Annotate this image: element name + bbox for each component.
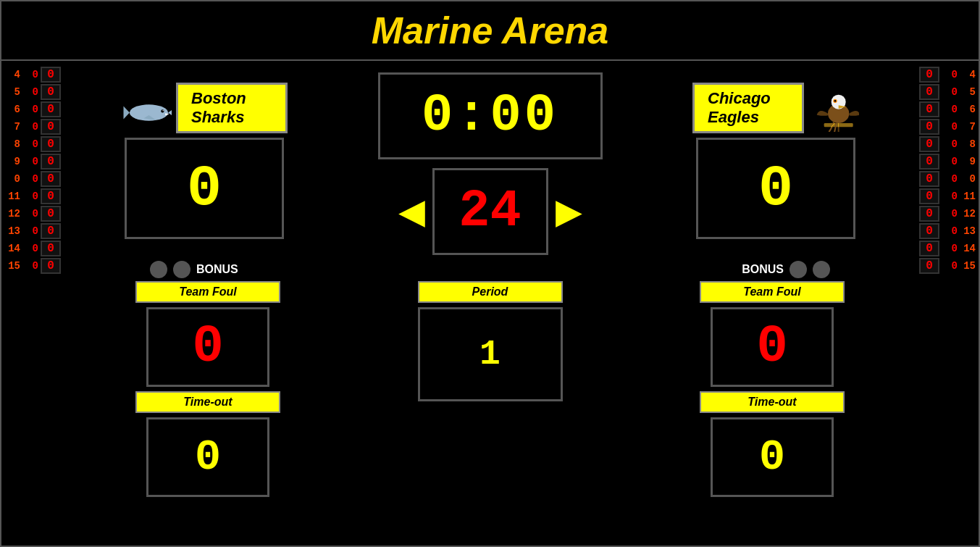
left-stat-row: 11 0 0 bbox=[4, 188, 61, 204]
left-stat-row: 14 0 0 bbox=[4, 241, 61, 256]
right-stat-row: 0 0 15 bbox=[919, 258, 976, 274]
left-stat-val1: 0 bbox=[22, 191, 38, 202]
left-stat-val1: 0 bbox=[22, 121, 38, 133]
left-bonus-label: BONUS bbox=[196, 263, 238, 276]
right-stat-box: 0 bbox=[919, 67, 939, 83]
left-stat-val1: 0 bbox=[22, 156, 38, 167]
right-stat-row: 0 0 14 bbox=[919, 241, 976, 256]
right-team-name-box: Chicago Eagles bbox=[692, 83, 804, 133]
left-stat-box: 0 bbox=[41, 101, 61, 117]
eagle-mascot bbox=[808, 88, 859, 132]
period-section: Period 1 bbox=[418, 281, 563, 401]
left-stat-box: 0 bbox=[41, 84, 61, 100]
right-bonus-dot2 bbox=[813, 261, 830, 278]
right-stat-row: 0 0 12 bbox=[919, 206, 976, 222]
right-stat-val2: 0 bbox=[926, 138, 933, 151]
right-stat-box: 0 bbox=[919, 171, 939, 187]
left-stat-num: 13 bbox=[4, 225, 20, 237]
left-stat-val2: 0 bbox=[47, 155, 54, 168]
left-foul-value: 0 bbox=[192, 317, 223, 377]
left-stat-val1: 0 bbox=[22, 208, 38, 220]
right-stat-row: 0 0 0 bbox=[919, 171, 976, 187]
left-stat-num: 6 bbox=[4, 104, 20, 115]
right-stat-val1: 0 bbox=[942, 156, 958, 167]
left-stat-num: 15 bbox=[4, 260, 20, 272]
right-stat-num: 12 bbox=[960, 208, 976, 220]
right-stat-val1: 0 bbox=[942, 138, 958, 150]
svg-point-6 bbox=[162, 110, 163, 111]
svg-point-14 bbox=[834, 100, 837, 102]
left-stat-num: 9 bbox=[4, 156, 20, 167]
left-stat-val2: 0 bbox=[47, 120, 54, 133]
period-label-box: Period bbox=[418, 281, 563, 303]
left-stat-num: 0 bbox=[4, 173, 20, 185]
right-stat-val1: 0 bbox=[942, 208, 958, 220]
left-team-foul-label-box: Team Foul bbox=[135, 281, 280, 303]
right-stat-val2: 0 bbox=[926, 155, 933, 168]
left-timeout-display: 0 bbox=[146, 417, 269, 497]
right-bonus-dot1 bbox=[790, 261, 807, 278]
left-stat-box: 0 bbox=[41, 223, 61, 239]
right-stat-val1: 0 bbox=[942, 191, 958, 202]
left-stat-row: 8 0 0 bbox=[4, 136, 61, 152]
left-stat-box: 0 bbox=[41, 188, 61, 204]
left-stat-box: 0 bbox=[41, 241, 61, 256]
game-clock-box: 0:00 bbox=[378, 72, 603, 159]
lower-row: Team Foul 0 Time-out 0 Period 1 bbox=[121, 278, 859, 497]
left-stat-row: 0 0 0 bbox=[4, 171, 61, 187]
left-stat-val2: 0 bbox=[47, 242, 54, 255]
right-stat-val2: 0 bbox=[926, 190, 933, 203]
left-stat-row: 4 0 0 bbox=[4, 67, 61, 83]
left-stat-num: 8 bbox=[4, 138, 20, 150]
right-stat-box: 0 bbox=[919, 84, 939, 100]
right-score-display: 0 bbox=[696, 138, 855, 239]
left-stat-box: 0 bbox=[41, 206, 61, 222]
right-timeout-value: 0 bbox=[759, 433, 785, 482]
left-stat-box: 0 bbox=[41, 171, 61, 187]
left-timeout-label: Time-out bbox=[183, 396, 232, 408]
arena-title: Marine Arena bbox=[1, 9, 979, 52]
right-stat-val1: 0 bbox=[942, 260, 958, 272]
right-stat-num: 0 bbox=[960, 173, 976, 185]
left-stat-val2: 0 bbox=[47, 225, 54, 238]
right-stat-box: 0 bbox=[919, 136, 939, 152]
right-stat-val2: 0 bbox=[926, 85, 933, 99]
left-score: 0 bbox=[187, 156, 222, 222]
right-team-foul-label-box: Team Foul bbox=[700, 281, 845, 303]
right-stat-row: 0 0 11 bbox=[919, 188, 976, 204]
left-stat-val1: 0 bbox=[22, 260, 38, 272]
left-score-display: 0 bbox=[125, 138, 284, 239]
right-stat-box: 0 bbox=[919, 241, 939, 256]
right-bonus-label: BONUS bbox=[742, 263, 784, 276]
left-stat-val1: 0 bbox=[22, 138, 38, 150]
right-team-foul-label: Team Foul bbox=[743, 285, 800, 298]
right-stat-val1: 0 bbox=[942, 173, 958, 185]
left-stat-box: 0 bbox=[41, 119, 61, 135]
left-team-foul-label: Team Foul bbox=[179, 285, 236, 298]
arrow-left-icon[interactable]: ◀ bbox=[398, 194, 425, 229]
right-timeout-display: 0 bbox=[711, 417, 834, 497]
left-team-name-box: Boston Sharks bbox=[176, 83, 288, 133]
right-timeout-label: Time-out bbox=[747, 396, 796, 408]
left-stat-box: 0 bbox=[41, 136, 61, 152]
right-stat-row: 0 0 6 bbox=[919, 101, 976, 117]
right-foul-display: 0 bbox=[711, 307, 834, 387]
left-stat-val1: 0 bbox=[22, 69, 38, 80]
right-stat-box: 0 bbox=[919, 223, 939, 239]
svg-marker-1 bbox=[168, 110, 172, 115]
right-stat-num: 13 bbox=[960, 225, 976, 237]
right-stat-row: 0 0 5 bbox=[919, 84, 976, 100]
svg-point-5 bbox=[161, 109, 164, 112]
left-stat-val2: 0 bbox=[47, 172, 54, 185]
left-foul-timeout: Team Foul 0 Time-out 0 bbox=[135, 281, 280, 497]
arrow-right-icon[interactable]: ▶ bbox=[556, 194, 582, 229]
right-stat-val2: 0 bbox=[926, 103, 933, 116]
right-stat-box: 0 bbox=[919, 101, 939, 117]
left-stat-row: 15 0 0 bbox=[4, 258, 61, 274]
left-bonus: BONUS bbox=[150, 261, 238, 278]
left-stat-num: 4 bbox=[4, 69, 20, 80]
shot-clock: 24 bbox=[458, 182, 521, 241]
right-stat-num: 14 bbox=[960, 243, 976, 254]
right-stat-val1: 0 bbox=[942, 86, 958, 98]
right-stat-row: 0 0 13 bbox=[919, 223, 976, 239]
